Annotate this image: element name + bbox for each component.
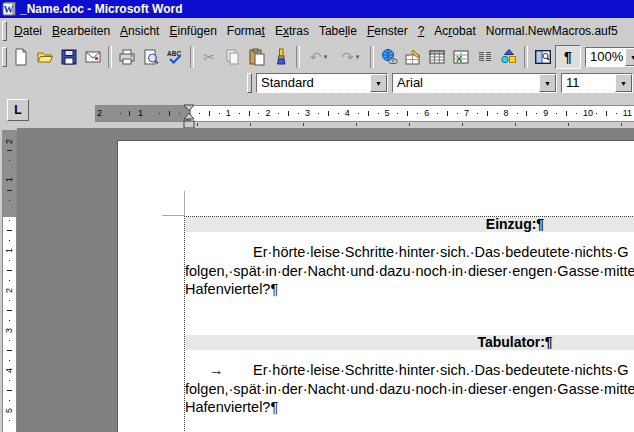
menu-grip[interactable] bbox=[2, 21, 7, 41]
redo-arrow-icon: ↷ bbox=[342, 50, 354, 64]
new-document-button[interactable] bbox=[9, 46, 33, 68]
ruler-tick bbox=[9, 260, 10, 261]
separator bbox=[108, 46, 112, 68]
ruler-tick bbox=[169, 111, 170, 116]
menu-ansicht[interactable]: Ansicht bbox=[115, 21, 164, 41]
font-size-dropdown-icon[interactable]: ▼ bbox=[615, 74, 632, 92]
ruler-tick bbox=[477, 113, 478, 114]
zoom-combobox[interactable]: 100% ▼ bbox=[585, 47, 634, 67]
paragraph-einzug[interactable]: Er·hörte·leise·Schritte·hinter·sich.·Das… bbox=[185, 243, 634, 299]
undo-arrow-icon: ↶ bbox=[310, 50, 322, 64]
tables-and-borders-button[interactable] bbox=[401, 46, 425, 68]
menu-extras[interactable]: Extras bbox=[270, 21, 314, 41]
show-hide-formatting-button[interactable]: ¶ bbox=[555, 45, 581, 69]
tables-borders-pencil-icon bbox=[404, 48, 422, 66]
ruler-tick bbox=[576, 113, 577, 114]
menu-acrobat[interactable]: Acrobat bbox=[429, 21, 480, 41]
ruler-number: 5 bbox=[5, 404, 14, 417]
toolbar-formatting-grip[interactable] bbox=[247, 73, 252, 93]
menu-format[interactable]: Format bbox=[222, 21, 270, 41]
font-value: Arial bbox=[393, 74, 539, 92]
menu-tabelle[interactable]: Tabelle bbox=[314, 21, 362, 41]
format-painter-button[interactable] bbox=[269, 46, 293, 68]
ruler-tick bbox=[526, 111, 527, 116]
ruler-tick bbox=[7, 390, 12, 391]
crop-mark-vertical bbox=[184, 191, 185, 216]
ruler-tick bbox=[7, 150, 12, 151]
ruler-number: 2 bbox=[5, 284, 14, 297]
horizontal-ruler[interactable]: 123456789101121 bbox=[95, 105, 634, 122]
tab-alignment-selector-button[interactable]: L bbox=[7, 99, 29, 121]
undo-dropdown-icon: ▼ bbox=[322, 54, 328, 60]
style-dropdown-icon[interactable]: ▼ bbox=[370, 74, 387, 92]
ruler-tick bbox=[409, 123, 410, 126]
cut-button: ✂ bbox=[197, 46, 221, 68]
ruler-number: 11 bbox=[623, 109, 632, 118]
ruler-number: 2 bbox=[265, 109, 270, 118]
menu-bar: Datei Bearbeiten Ansicht Einfügen Format… bbox=[0, 18, 634, 44]
excel-worksheet-icon: X bbox=[452, 48, 470, 66]
svg-text:X: X bbox=[456, 54, 462, 64]
document-map-button[interactable] bbox=[531, 46, 555, 68]
ruler-tick bbox=[9, 300, 10, 301]
printer-icon bbox=[118, 48, 136, 66]
ruler-tick bbox=[219, 113, 220, 114]
ruler-tick bbox=[7, 350, 12, 351]
font-size-combobox[interactable]: 11 ▼ bbox=[561, 73, 633, 93]
ruler-tick bbox=[250, 123, 251, 126]
spelling-button[interactable]: ABC bbox=[163, 46, 187, 68]
insert-hyperlink-button[interactable] bbox=[377, 46, 401, 68]
separator bbox=[296, 46, 300, 68]
menu-bearbeiten[interactable]: Bearbeiten bbox=[47, 21, 115, 41]
menu-datei[interactable]: Datei bbox=[9, 21, 47, 41]
font-dropdown-icon[interactable]: ▼ bbox=[539, 74, 556, 92]
font-combobox[interactable]: Arial ▼ bbox=[392, 73, 557, 93]
ruler-tick bbox=[199, 113, 200, 114]
menu-einfuegen[interactable]: Einfügen bbox=[164, 21, 221, 41]
ruler-number: 3 bbox=[305, 109, 310, 118]
ruler-number: 5 bbox=[385, 109, 390, 118]
ruler-tick bbox=[239, 113, 240, 114]
ruler-tick bbox=[596, 113, 597, 114]
vertical-ruler[interactable]: 1234521 bbox=[2, 130, 17, 432]
toolbar-standard-grip[interactable] bbox=[2, 47, 7, 67]
title-bar[interactable]: W _Name.doc - Microsoft Word bbox=[0, 0, 634, 18]
menu-fenster[interactable]: Fenster bbox=[362, 21, 413, 41]
ruler-tick bbox=[7, 270, 12, 271]
ruler-tick bbox=[7, 190, 12, 191]
ruler-tick bbox=[9, 240, 10, 241]
text-line: Hafenviertel?¶ bbox=[185, 280, 634, 299]
save-button[interactable] bbox=[57, 46, 81, 68]
columns-button[interactable] bbox=[473, 46, 497, 68]
document-map-icon bbox=[534, 48, 552, 66]
indent-marker[interactable] bbox=[183, 104, 195, 130]
undo-button: ↶ ▼ bbox=[303, 46, 335, 68]
ruler-tick bbox=[9, 160, 10, 161]
print-button[interactable] bbox=[115, 46, 139, 68]
paste-button[interactable] bbox=[245, 46, 269, 68]
text-line: →Er·hörte·leise·Schritte·hinter·sich.·Da… bbox=[185, 361, 634, 380]
ruler-number: 4 bbox=[345, 109, 350, 118]
insert-excel-worksheet-button[interactable]: X bbox=[449, 46, 473, 68]
style-combobox[interactable]: Standard ▼ bbox=[256, 73, 388, 93]
ruler-number: 8 bbox=[504, 109, 509, 118]
menu-macro[interactable]: Normal.NewMacros.auf5 bbox=[481, 21, 623, 41]
document-page[interactable]: Einzug:¶ Er·hörte·leise·Schritte·hinter·… bbox=[117, 140, 634, 432]
ruler-tick bbox=[487, 111, 488, 116]
drawing-button[interactable] bbox=[497, 46, 521, 68]
open-button[interactable] bbox=[33, 46, 57, 68]
insert-table-icon bbox=[428, 48, 446, 66]
print-preview-button[interactable] bbox=[139, 46, 163, 68]
menu-hilfe[interactable]: ? bbox=[413, 21, 430, 41]
format-painter-brush-icon bbox=[272, 48, 290, 66]
heading-tabulator-text: Tabulator:¶ bbox=[477, 334, 552, 350]
redo-button: ↷ ▼ bbox=[335, 46, 367, 68]
ruler-tick bbox=[318, 113, 319, 114]
redo-dropdown-icon: ▼ bbox=[354, 54, 360, 60]
email-button[interactable] bbox=[81, 46, 105, 68]
zoom-dropdown-icon[interactable]: ▼ bbox=[625, 48, 634, 66]
ruler-tick bbox=[437, 113, 438, 114]
paragraph-tabulator[interactable]: →Er·hörte·leise·Schritte·hinter·sich.·Da… bbox=[185, 361, 634, 417]
ruler-tick bbox=[159, 113, 160, 114]
insert-table-button[interactable] bbox=[425, 46, 449, 68]
